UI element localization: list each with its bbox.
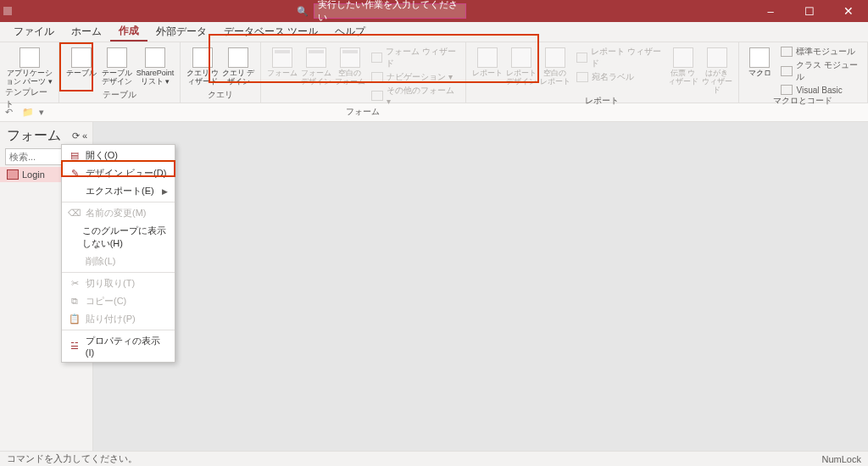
report-button: レポート (471, 46, 504, 95)
status-numlock: NumLock (822, 454, 861, 464)
ctx-copy: ⧉コピー(C) (62, 292, 175, 310)
ctx-export[interactable]: エクスポート(E)▶ (62, 182, 175, 200)
undo-icon[interactable]: ↶ (5, 107, 17, 119)
ctx-delete: 削除(L) (62, 252, 175, 270)
design-icon: ✎ (69, 168, 81, 180)
group-queries: クエリ ウィザード クエリ デザイン クエリ (181, 42, 261, 103)
separator (62, 330, 175, 330)
tab-external-data[interactable]: 外部データ (147, 22, 215, 42)
minimize-button[interactable]: – (751, 0, 790, 22)
group-label-forms: フォーム (346, 106, 380, 119)
status-left: コマンドを入力してください。 (7, 452, 137, 465)
tab-database-tools[interactable]: データベース ツール (215, 22, 326, 42)
group-label-tables: テーブル (103, 89, 136, 103)
properties-icon: ☱ (69, 341, 81, 352)
query-wizard-button[interactable]: クエリ ウィザード (186, 46, 220, 89)
ctx-cut: ✂切り取り(T) (62, 275, 175, 292)
tab-help[interactable]: ヘルプ (326, 22, 374, 42)
ctx-paste: 📋貼り付け(P) (62, 310, 175, 328)
quick-access-toolbar: ↶ 📁 ▾ (0, 103, 868, 122)
form-design-button: フォーム デザイン (300, 46, 332, 106)
group-tables: テーブル テーブル デザイン SharePoint リスト ▾ テーブル (59, 42, 181, 103)
module-button[interactable]: 標準モジュール (781, 46, 862, 58)
group-forms: フォーム フォーム デザイン 空白の フォーム フォーム ウィザード ナビゲーシ… (261, 42, 466, 103)
group-label-reports: レポート (585, 95, 619, 108)
rename-icon: ⌫ (69, 208, 81, 219)
close-button[interactable]: ✕ (829, 0, 868, 22)
tab-create[interactable]: 作成 (110, 22, 147, 42)
separator (62, 202, 175, 202)
paste-icon: 📋 (69, 313, 81, 325)
chevron-right-icon: ▶ (162, 187, 168, 196)
qat-more-icon[interactable]: ▾ (39, 107, 51, 119)
group-reports: レポート レポート デザイン 空白の レポート レポート ウィザード 宛名ラベル… (466, 42, 739, 103)
tab-file[interactable]: ファイル (5, 22, 63, 42)
ctx-rename: ⌫名前の変更(M) (62, 204, 175, 222)
report-design-button: レポート デザイン (505, 46, 537, 95)
ctx-open[interactable]: ▤開く(O) (62, 147, 175, 164)
macro-button[interactable]: マクロ (744, 46, 776, 95)
form-wizard-button: フォーム ウィザード (371, 46, 460, 69)
more-forms-button: その他のフォーム ▾ (371, 85, 460, 106)
table-design-button[interactable]: テーブル デザイン (100, 46, 134, 89)
ribbon: アプリケーション パーツ ▾ テンプレート テーブル テーブル デザイン Sha… (0, 42, 868, 103)
blank-form-button: 空白の フォーム (334, 46, 366, 106)
query-design-button[interactable]: クエリ デザイン (221, 46, 255, 89)
slip-wizard-button: 伝票 ウィザード (667, 46, 699, 95)
ctx-hide-group[interactable]: このグループに表示しない(H) (62, 222, 175, 252)
separator (62, 272, 175, 273)
nav-item-label: Login (22, 169, 45, 180)
maximize-button[interactable]: ☐ (790, 0, 829, 22)
status-bar: コマンドを入力してください。 NumLock (0, 451, 868, 466)
svg-rect-0 (3, 7, 12, 15)
application-parts-button[interactable]: アプリケーション パーツ ▾ (6, 46, 53, 86)
form-button: フォーム (266, 46, 298, 106)
document-canvas (93, 122, 868, 451)
context-menu: ▤開く(O) ✎デザイン ビュー(D) エクスポート(E)▶ ⌫名前の変更(M)… (61, 144, 175, 363)
navigation-button: ナビゲーション ▾ (371, 71, 460, 83)
group-label-queries: クエリ (208, 89, 233, 103)
report-wizard-button: レポート ウィザード (576, 46, 665, 69)
form-icon (7, 169, 19, 180)
copy-icon: ⧉ (69, 296, 81, 308)
save-icon[interactable] (3, 7, 12, 15)
group-label-macros: マクロとコード (773, 95, 832, 108)
labels-button: 宛名ラベル (576, 71, 665, 83)
open-icon: ▤ (69, 150, 81, 162)
nav-title: フォーム (7, 127, 61, 145)
ctx-design-view[interactable]: ✎デザイン ビュー(D) (62, 164, 175, 182)
nav-collapse-icon[interactable]: « (82, 130, 87, 141)
blank-report-button: 空白の レポート (539, 46, 571, 95)
title-bar: 🔍 実行したい作業を入力してください – ☐ ✕ (0, 0, 868, 22)
group-macros-code: マクロ 標準モジュール クラス モジュール Visual Basic マクロとコ… (739, 42, 869, 103)
nav-filter-icon[interactable]: ⟳ (72, 130, 80, 141)
table-button[interactable]: テーブル (64, 46, 98, 89)
cut-icon: ✂ (69, 278, 81, 290)
visual-basic-button[interactable]: Visual Basic (781, 85, 862, 95)
postcard-wizard-button: はがき ウィザード (701, 46, 733, 95)
search-icon: 🔍 (297, 6, 309, 17)
ribbon-tabs: ファイル ホーム 作成 外部データ データベース ツール ヘルプ (0, 22, 868, 42)
open-folder-icon[interactable]: 📁 (22, 107, 34, 119)
sharepoint-lists-button[interactable]: SharePoint リスト ▾ (136, 46, 175, 89)
tell-me-search[interactable]: 実行したい作業を入力してください (314, 3, 466, 19)
group-templates: アプリケーション パーツ ▾ テンプレート (0, 42, 59, 103)
class-module-button[interactable]: クラス モジュール (781, 59, 862, 83)
ctx-properties[interactable]: ☱プロパティの表示(I) (62, 332, 175, 360)
tab-home[interactable]: ホーム (63, 22, 110, 42)
